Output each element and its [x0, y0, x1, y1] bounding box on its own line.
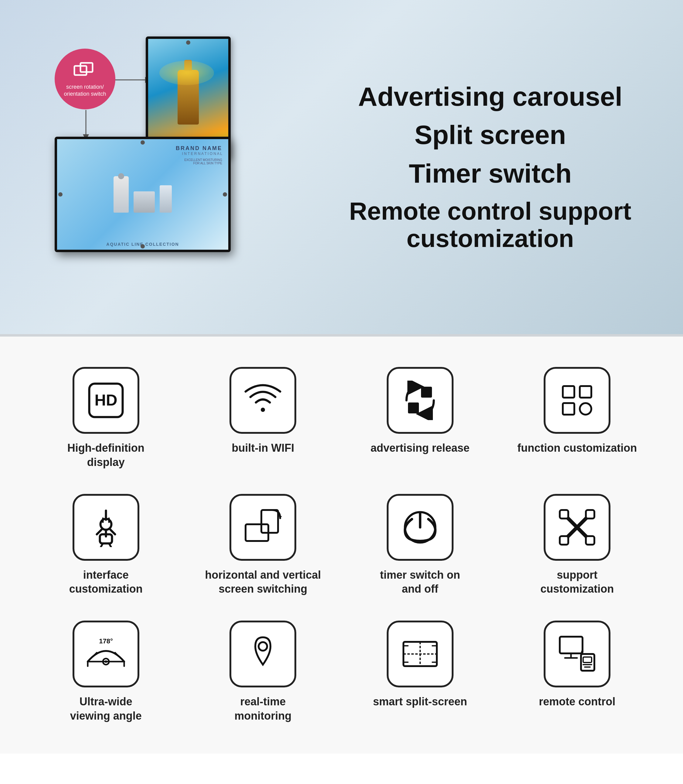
feature-remote: Remote control support customization: [334, 198, 646, 252]
support-label: supportcustomization: [540, 568, 614, 597]
screen-horizontal: BRAND NAME I N T E R N A T I O N A L EXC…: [55, 137, 231, 252]
feature-item-timer: timer switch onand off: [351, 494, 490, 597]
advertising-label: advertising release: [370, 441, 470, 455]
svg-rect-35: [560, 536, 568, 545]
function-icon: [557, 381, 597, 420]
svg-rect-34: [586, 510, 594, 519]
wifi-label: built-in WIFI: [232, 441, 294, 455]
hd-icon-box: HD: [72, 367, 139, 434]
wifi-icon-box: [229, 367, 296, 434]
feature-advertising: Advertising carousel: [334, 82, 646, 111]
interface-label: interfacecustomization: [69, 568, 143, 597]
svg-rect-52: [560, 637, 582, 653]
rotation-badge: screen rotation/orientation switch: [55, 48, 115, 109]
monitoring-label: real-timemonitoring: [234, 695, 292, 723]
remote-icon-box: [544, 620, 611, 688]
angle-icon-box: 178°: [72, 620, 139, 688]
rotation-label: horizontal and verticalscreen switching: [205, 568, 321, 597]
feature-item-advertising: advertising release: [351, 367, 490, 470]
svg-marker-29: [279, 516, 282, 518]
split-label: smart split-screen: [373, 695, 467, 709]
advertising-icon: [401, 381, 440, 420]
svg-rect-11: [421, 387, 432, 398]
support-icon: [557, 508, 597, 547]
remote-icon: [557, 634, 597, 674]
rotation-icon-box: [229, 494, 296, 561]
svg-rect-12: [408, 402, 419, 413]
svg-rect-33: [560, 510, 568, 519]
monitoring-icon-box: [229, 620, 296, 688]
interface-icon-box: [72, 494, 139, 561]
feature-item-monitoring: real-timemonitoring: [194, 620, 333, 723]
rotation-icon: [243, 508, 282, 547]
svg-line-42: [88, 652, 97, 662]
angle-icon: 178°: [86, 634, 126, 674]
function-label: function customization: [517, 441, 637, 455]
support-icon-box: [544, 494, 611, 561]
feature-item-function: function customization: [508, 367, 647, 470]
svg-rect-59: [583, 657, 592, 662]
split-icon-box: [387, 620, 454, 688]
feature-item-remote: remote control: [508, 620, 647, 723]
hd-label: High-definitiondisplay: [67, 441, 144, 470]
angle-label: Ultra-wideviewing angle: [70, 695, 142, 723]
split-icon: [401, 634, 440, 674]
icons-grid: HD High-definitiondisplay built-in WIFI: [37, 367, 646, 723]
feature-item-wifi: built-in WIFI: [194, 367, 333, 470]
svg-rect-13: [563, 386, 574, 398]
feature-item-angle: 178° Ultra-wideviewing angle: [37, 620, 175, 723]
timer-label: timer switch onand off: [380, 568, 460, 597]
display-showcase: screen rotation/orientation switch: [37, 31, 309, 304]
svg-rect-27: [261, 510, 278, 533]
wifi-icon: [243, 381, 282, 420]
svg-point-8: [261, 408, 265, 412]
top-section: screen rotation/orientation switch: [0, 0, 683, 334]
feature-item-hd: HD High-definitiondisplay: [37, 367, 175, 470]
feature-item-split: smart split-screen: [351, 620, 490, 723]
svg-point-41: [105, 660, 107, 663]
feature-item-support: supportcustomization: [508, 494, 647, 597]
features-text: Advertising carousel Split screen Timer …: [309, 82, 646, 252]
feature-split: Split screen: [334, 120, 646, 150]
advertising-icon-box: [387, 367, 454, 434]
svg-point-44: [259, 642, 267, 651]
feature-item-interface: interfacecustomization: [37, 494, 175, 597]
svg-rect-14: [580, 386, 591, 398]
svg-line-43: [115, 652, 124, 662]
svg-text:178°: 178°: [99, 637, 113, 645]
hd-icon: HD: [86, 381, 126, 420]
interface-icon: [86, 508, 126, 547]
section-divider: [0, 334, 683, 337]
svg-rect-36: [586, 536, 594, 545]
remote-label: remote control: [539, 695, 615, 709]
svg-text:HD: HD: [95, 391, 117, 409]
svg-point-16: [580, 403, 591, 414]
timer-icon-box: [387, 494, 454, 561]
feature-timer: Timer switch: [334, 159, 646, 188]
function-icon-box: [544, 367, 611, 434]
timer-icon: [401, 508, 440, 547]
monitoring-icon: [243, 634, 282, 674]
bottom-section: HD High-definitiondisplay built-in WIFI: [0, 337, 683, 753]
svg-rect-15: [563, 403, 574, 414]
feature-item-rotation: horizontal and verticalscreen switching: [194, 494, 333, 597]
